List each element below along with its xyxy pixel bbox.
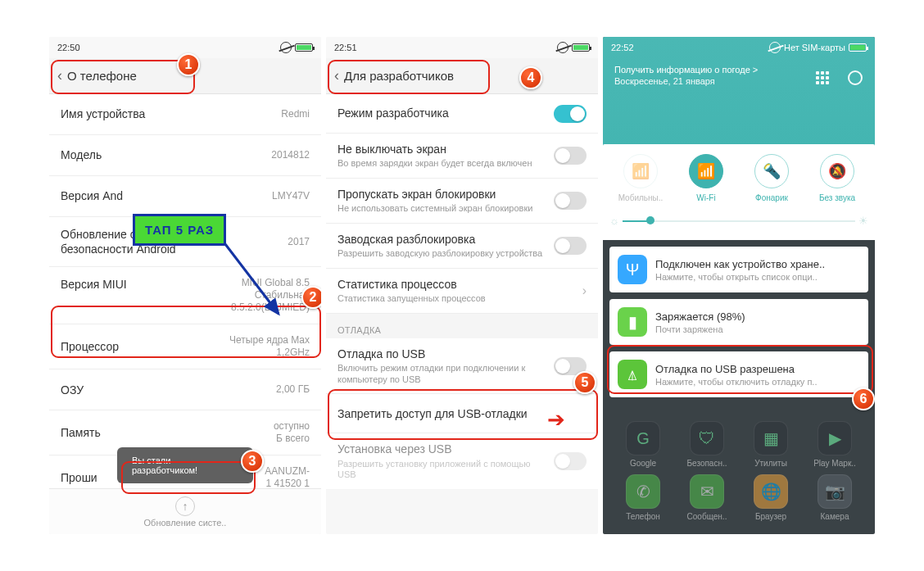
notification-shade-top: 22:52 Нет SIM-карты Получить информацию … — [603, 37, 875, 240]
clock: 22:52 — [611, 43, 634, 52]
qs-silent[interactable]: 🔕Без звука — [808, 154, 867, 202]
chevron-right-icon: › — [582, 283, 587, 298]
qs-wifi[interactable]: 📶Wi-Fi — [677, 154, 736, 202]
phone-screen-1: 22:50 ‹ О телефоне Имя устройстваRedmi М… — [49, 37, 321, 534]
status-bar: 22:52 Нет SIM-карты — [603, 37, 875, 58]
sim-status: Нет SIM-карты — [784, 43, 845, 52]
badge-6: 6 — [852, 387, 875, 410]
android-icon: ⍋ — [618, 360, 647, 389]
app-phone[interactable]: ✆Телефон — [614, 474, 672, 521]
qs-torch[interactable]: 🔦Фонарик — [742, 154, 801, 202]
quick-settings: 📶Мобильны.. 📶Wi-Fi 🔦Фонарик 🔕Без звука ☼… — [603, 144, 875, 240]
sun-high-icon: ☀ — [858, 215, 868, 227]
section-debug: ОТЛАДКА — [326, 314, 598, 338]
mute-icon — [557, 42, 568, 53]
mute-icon — [769, 42, 781, 53]
torch-icon: 🔦 — [754, 154, 789, 188]
battery-charging-icon: ▮ — [618, 307, 647, 337]
tap-label: ТАП 5 РАЗ — [133, 214, 226, 246]
app-browser[interactable]: 🌐Браузер — [742, 474, 799, 521]
row-device-name[interactable]: Имя устройстваRedmi — [49, 94, 321, 135]
arrow-right-icon: ➔ — [547, 407, 565, 433]
qs-mobile-data[interactable]: 📶Мобильны.. — [611, 154, 670, 202]
row-ram[interactable]: ОЗУ2,00 ГБ — [49, 369, 321, 410]
toggle-usb-install[interactable] — [554, 452, 587, 470]
row-usb-install[interactable]: Установка через USBРазрешить установку п… — [326, 433, 598, 490]
row-stay-awake[interactable]: Не выключать экранВо время зарядки экран… — [326, 134, 598, 179]
clock: 22:50 — [57, 43, 80, 52]
back-icon[interactable]: ‹ — [334, 67, 339, 84]
phone-screen-2: 22:51 ‹ Для разработчиков Режим разработ… — [326, 37, 598, 534]
wifi-icon: 📶 — [689, 154, 723, 188]
header-bar: ‹ Для разработчиков — [326, 58, 598, 94]
mute-icon — [280, 42, 292, 53]
update-bar[interactable]: ↑ Обновление систе.. — [49, 488, 321, 534]
app-google[interactable]: GGoogle — [614, 421, 672, 468]
notifications-area: Ψ Подключен как устройство хране..Нажмит… — [603, 240, 875, 404]
tap-arrow — [221, 240, 295, 322]
bell-off-icon: 🔕 — [820, 154, 854, 188]
row-usb-debug[interactable]: Отладка по USBВключить режим отладки при… — [326, 338, 598, 395]
clock: 22:51 — [334, 43, 357, 52]
badge-3: 3 — [241, 450, 264, 473]
notif-usb-storage[interactable]: Ψ Подключен как устройство хране..Нажмит… — [609, 247, 868, 292]
home-apps: GGoogle 🛡Безопасн.. ▦Утилиты ▶Play Марк.… — [603, 413, 875, 534]
usb-icon: Ψ — [618, 255, 647, 284]
badge-5: 5 — [573, 371, 596, 394]
toggle-skip-lock[interactable] — [554, 192, 587, 210]
brightness-slider[interactable]: ☼ ☀ — [623, 211, 855, 230]
row-android-version[interactable]: Версия AndLMY47V — [49, 176, 321, 217]
arrow-up-icon: ↑ — [175, 496, 195, 516]
battery-icon — [295, 43, 313, 52]
sun-low-icon: ☼ — [609, 215, 619, 227]
notif-charging[interactable]: ▮ Заряжается (98%)Почти заряжена — [609, 299, 868, 345]
app-security[interactable]: 🛡Безопасн.. — [678, 421, 736, 468]
gear-icon[interactable] — [844, 66, 867, 89]
header-title: О телефоне — [67, 69, 137, 83]
app-camera[interactable]: 📷Камера — [806, 474, 863, 521]
grid-icon[interactable] — [811, 66, 834, 89]
toast-developer: Вы стали разработчиком! — [117, 447, 253, 483]
back-icon[interactable]: ‹ — [57, 67, 62, 84]
app-utilities[interactable]: ▦Утилиты — [742, 421, 799, 468]
notif-usb-debug[interactable]: ⍋ Отладка по USB разрешенаНажмите, чтобы… — [609, 351, 868, 397]
toggle-stay-awake[interactable] — [554, 147, 587, 165]
status-bar: 22:51 — [326, 37, 598, 58]
row-proc-stats[interactable]: Статистика процессовСтатистика запущенны… — [326, 269, 598, 314]
row-cpu[interactable]: ПроцессорЧетыре ядра Max 1,2GHz — [49, 324, 321, 369]
update-label: Обновление систе.. — [144, 518, 227, 528]
app-play[interactable]: ▶Play Марк.. — [806, 421, 863, 468]
app-messages[interactable]: ✉Сообщен.. — [678, 474, 736, 521]
battery-icon — [572, 43, 590, 52]
badge-4: 4 — [519, 66, 542, 89]
header-title: Для разработчиков — [344, 69, 454, 83]
badge-1: 1 — [177, 53, 200, 76]
badge-2: 2 — [301, 286, 321, 309]
battery-icon — [849, 43, 867, 52]
toggle-oem-unlock[interactable] — [554, 237, 587, 255]
row-oem-unlock[interactable]: Заводская разблокировкаРазрешить заводск… — [326, 224, 598, 269]
row-skip-lock[interactable]: Пропускать экран блокировкиНе использова… — [326, 179, 598, 224]
phone-screen-3: 22:52 Нет SIM-карты Получить информацию … — [603, 37, 875, 534]
row-model[interactable]: Модель2014812 — [49, 135, 321, 176]
row-dev-mode[interactable]: Режим разработчика — [326, 94, 598, 134]
toggle-dev-mode[interactable] — [554, 105, 587, 123]
